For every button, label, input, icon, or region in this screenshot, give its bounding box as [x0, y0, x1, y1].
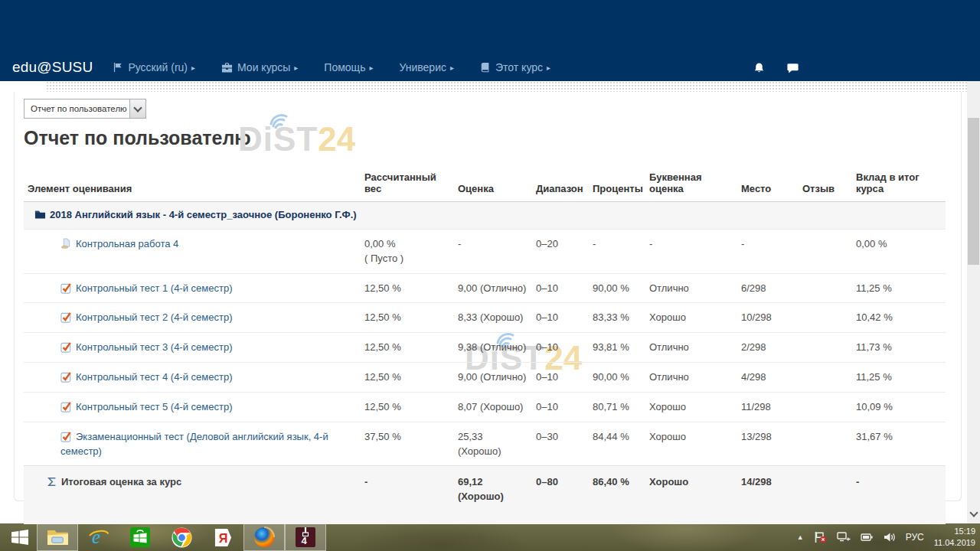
column-header: Вклад в итог курса — [856, 168, 946, 202]
network-icon[interactable] — [837, 532, 851, 543]
value-cell: 0–10 — [536, 392, 593, 422]
taskbar-firefox-icon[interactable] — [243, 523, 285, 551]
grade-table-body: 2018 Английский язык - 4-й семестр_заочн… — [24, 202, 946, 525]
value-cell: - — [593, 229, 649, 273]
value-cell: 10,42 % — [856, 303, 946, 333]
taskbar-internet-explorer-icon[interactable]: e — [78, 523, 119, 551]
grade-item-cell: Экзаменационный тест (Деловой английский… — [24, 422, 364, 466]
grade-item-link[interactable]: Контрольный тест 5 (4-й семестр) — [76, 401, 232, 412]
value-cell: 2/298 — [741, 333, 802, 363]
windows-taskbar: eЯ4 ▲ — [0, 523, 980, 551]
messages-chat-icon[interactable] — [781, 60, 804, 77]
value-cell — [802, 229, 856, 273]
caret-icon: ▸ — [450, 64, 454, 72]
column-header: Место — [741, 168, 802, 202]
top-header: edu@SUSU Русский (ru)▸Мои курсы▸Помощь▸У… — [0, 0, 980, 81]
system-tray: ▲ — [797, 523, 975, 551]
nav-item-3[interactable]: Помощь▸ — [324, 61, 373, 73]
value-cell: 0,00 % — [856, 229, 946, 273]
grade-report-table: Элемент оцениванияРассчитанный весОценка… — [24, 168, 946, 524]
value-cell: 8,07 (Хорошо) — [458, 392, 536, 422]
site-logo[interactable]: edu@SUSU — [12, 59, 93, 76]
value-cell — [536, 202, 593, 230]
clock[interactable]: 15:19 11.04.2019 — [934, 526, 975, 549]
select-dropdown-button[interactable] — [129, 99, 145, 118]
grade-item-link[interactable]: Экзаменационный тест (Деловой английский… — [60, 431, 328, 457]
value-cell: 12,50 % — [364, 333, 458, 363]
vertical-scrollbar[interactable] — [967, 81, 980, 523]
value-cell — [802, 333, 856, 363]
column-header: Оценка — [458, 168, 536, 202]
grade-item-cell: Контрольный тест 3 (4-й семестр) — [24, 333, 364, 363]
taskbar-yandex-browser-icon[interactable]: Я — [202, 523, 243, 551]
value-cell: 9,38 (Отлично) — [458, 333, 536, 363]
value-cell: 0,00 % ( Пусто ) — [364, 229, 458, 273]
value-cell: 8,33 (Хорошо) — [458, 303, 536, 333]
book-icon — [480, 62, 491, 73]
volume-speaker-icon[interactable] — [884, 532, 896, 543]
grade-item-link[interactable]: Контрольный тест 4 (4-й семестр) — [76, 371, 232, 383]
grade-item-cell: Контрольная работа 4 — [24, 229, 364, 273]
scrollbar-down-button[interactable] — [967, 508, 980, 519]
svg-text:e: e — [92, 527, 100, 547]
action-center-flag-icon[interactable] — [814, 531, 827, 543]
scrollbar-thumb[interactable] — [968, 118, 979, 265]
grade-item-cell: Контрольный тест 2 (4-й семестр) — [24, 303, 364, 333]
assignment-icon — [60, 238, 72, 249]
value-cell: 0–80 — [536, 466, 593, 524]
watermark-accent-text: 24 — [318, 122, 355, 156]
value-cell: 12,50 % — [364, 303, 458, 333]
column-header: Буквенная оценка — [649, 168, 741, 202]
taskbar-file-explorer-icon[interactable] — [37, 523, 78, 551]
taskbar-package-4-icon[interactable]: 4 — [285, 523, 326, 551]
tray-expand-icon[interactable]: ▲ — [797, 533, 804, 541]
value-cell: 90,00 % — [593, 273, 649, 303]
value-cell: 83,33 % — [593, 303, 649, 333]
value-cell: Отлично — [649, 273, 741, 303]
value-cell: - — [741, 229, 802, 273]
value-cell: 4/298 — [741, 363, 802, 393]
grade-item-link[interactable]: Контрольная работа 4 — [76, 238, 178, 249]
taskbar-pinned: eЯ4 — [37, 523, 326, 551]
taskbar-chrome-icon[interactable] — [161, 523, 202, 551]
quiz-icon — [60, 311, 72, 323]
value-cell: 0–20 — [536, 229, 593, 273]
value-cell: 86,40 % — [593, 466, 649, 524]
language-indicator[interactable]: РУС — [906, 532, 924, 543]
value-cell — [802, 422, 856, 466]
nav-item-5[interactable]: Этот курс▸ — [480, 61, 550, 73]
taskbar-windows-store-icon[interactable] — [119, 523, 161, 551]
briefcase-icon — [221, 62, 233, 73]
wifi-arcs-icon — [266, 110, 292, 129]
flag-icon — [113, 62, 123, 73]
notifications-bell-icon[interactable] — [747, 60, 770, 77]
report-type-select[interactable]: Отчет по пользователю — [24, 99, 146, 119]
tray-date: 11.04.2019 — [934, 538, 975, 547]
value-cell: 0–30 — [536, 422, 593, 466]
start-button[interactable] — [6, 527, 34, 548]
value-cell: 14/298 — [741, 466, 802, 524]
grade-item-link[interactable]: Контрольный тест 2 (4-й семестр) — [76, 311, 232, 323]
grade-item-link[interactable]: Контрольный тест 1 (4-й семестр) — [76, 282, 232, 294]
value-cell — [802, 363, 856, 393]
nav-item-label: Этот курс — [495, 61, 543, 73]
column-header: Рассчитанный вес — [364, 168, 458, 202]
grade-item-link[interactable]: Контрольный тест 3 (4-й семестр) — [76, 341, 232, 353]
value-cell: Хорошо — [649, 303, 741, 333]
value-cell: 10,09 % — [856, 392, 946, 422]
caret-icon: ▸ — [294, 64, 298, 72]
nav-item-1[interactable]: Русский (ru)▸ — [113, 61, 195, 73]
table-row: 2018 Английский язык - 4-й семестр_заочн… — [24, 202, 946, 230]
value-cell: 10/298 — [741, 303, 802, 333]
nav-item-4[interactable]: Универис▸ — [399, 61, 454, 73]
value-cell — [649, 202, 741, 230]
content-card: Отчет по пользователю Отчет по пользоват… — [14, 92, 962, 501]
battery-icon[interactable] — [861, 532, 874, 543]
value-cell: 0–10 — [536, 303, 593, 333]
value-cell: 69,12 (Хорошо) — [458, 466, 536, 524]
value-cell: 6/298 — [741, 273, 802, 303]
grade-item-cell: Контрольный тест 4 (4-й семестр) — [24, 363, 364, 393]
nav-item-2[interactable]: Мои курсы▸ — [221, 61, 298, 73]
value-cell: - — [649, 229, 741, 273]
svg-text:4: 4 — [302, 535, 308, 546]
